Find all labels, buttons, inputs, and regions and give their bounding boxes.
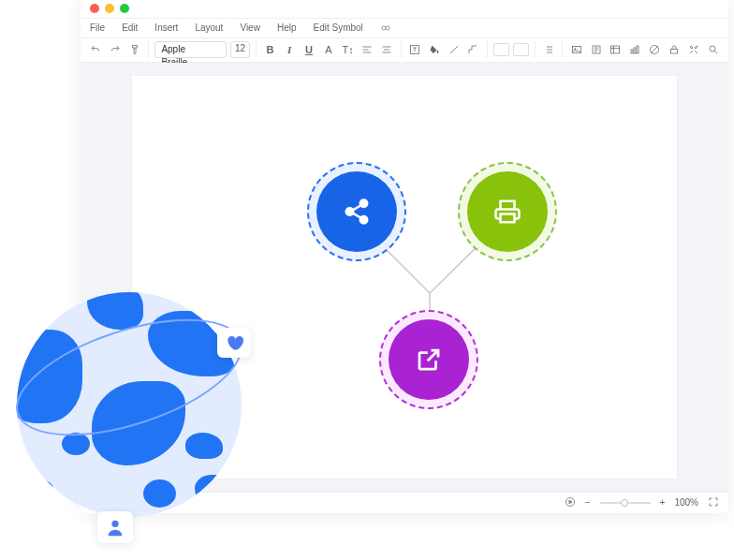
printer-icon [493,198,521,226]
presentation-mode-button[interactable] [565,496,576,509]
font-color-button[interactable]: A [320,41,336,58]
menu-layout[interactable]: Layout [195,22,223,33]
font-size-input[interactable]: 12 [230,41,250,58]
svg-rect-11 [670,50,677,54]
table-button[interactable] [608,41,624,58]
menu-help[interactable]: Help [277,22,297,33]
svg-point-0 [382,26,386,30]
svg-point-18 [111,521,118,527]
user-badge [97,511,133,543]
undo-button[interactable] [88,41,104,58]
note-button[interactable] [588,41,604,58]
share-node[interactable] [316,171,397,252]
image-button[interactable] [568,41,584,58]
align-center-button[interactable] [379,41,395,58]
bold-button[interactable]: B [262,41,278,58]
menu-edit-symbol[interactable]: Edit Symbol [313,22,362,33]
fill-swatch[interactable] [493,43,509,56]
fill-color-button[interactable] [426,41,442,58]
symbol-settings-icon[interactable] [380,22,391,34]
svg-rect-6 [611,46,620,53]
svg-point-1 [386,26,389,30]
menu-edit[interactable]: Edit [122,22,138,33]
open-external-node[interactable] [389,319,469,400]
zoom-out-button[interactable]: − [585,497,591,508]
toolbar: Apple Braille 12 B I U A T↕ [81,37,728,63]
zoom-slider[interactable] [600,502,651,504]
connector-tool-button[interactable] [465,41,481,58]
printer-node[interactable] [467,171,548,252]
line-tool-button[interactable] [446,41,462,58]
font-family-select[interactable]: Apple Braille [154,41,226,58]
align-left-button[interactable] [360,41,375,58]
svg-rect-8 [634,48,636,53]
open-external-icon [415,346,443,374]
svg-rect-7 [631,50,633,53]
window-close-icon[interactable] [90,4,99,13]
svg-point-13 [360,199,368,207]
svg-point-14 [346,208,354,215]
window-minimize-icon[interactable] [105,4,114,13]
underline-button[interactable]: U [301,41,317,58]
window-maximize-icon[interactable] [120,4,129,13]
zoom-level[interactable]: 100% [674,497,698,508]
italic-button[interactable]: I [282,41,298,58]
svg-rect-16 [501,214,515,222]
heart-icon [225,333,243,352]
chart-button[interactable] [627,41,643,58]
fullscreen-button[interactable] [708,496,719,509]
stroke-swatch[interactable] [513,43,529,56]
svg-point-12 [710,46,715,52]
titlebar [81,0,728,19]
menu-insert[interactable]: Insert [154,22,178,33]
heart-badge [217,328,251,358]
text-box-button[interactable] [407,41,423,58]
text-height-button[interactable]: T↕ [340,41,356,58]
search-button[interactable] [705,41,721,58]
menu-file[interactable]: File [90,22,105,33]
svg-point-15 [360,216,368,224]
format-painter-button[interactable] [127,41,143,58]
menubar: File Edit Insert Layout View Help Edit S… [81,19,728,37]
lock-button[interactable] [666,41,682,58]
menu-view[interactable]: View [240,22,260,33]
list-button[interactable] [541,41,557,58]
user-icon [105,517,125,538]
svg-rect-9 [637,46,639,53]
hyperlink-button[interactable] [647,41,663,58]
redo-button[interactable] [108,41,124,58]
globe-illustration [0,281,272,553]
zoom-in-button[interactable]: + [660,497,666,508]
share-icon [343,198,371,226]
tools-button[interactable] [685,41,701,58]
